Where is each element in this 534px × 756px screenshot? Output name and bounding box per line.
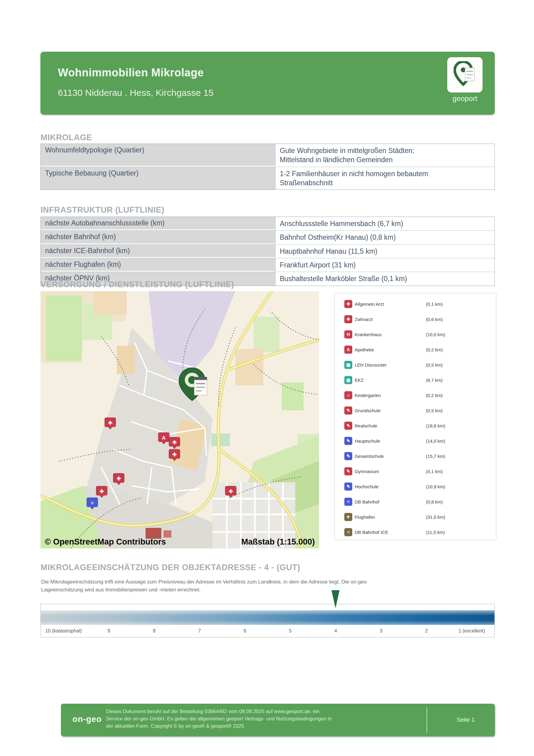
scale-tick-label: 4: [313, 628, 358, 634]
list-item: ✎ Hauptschule (14,0 km): [335, 433, 496, 448]
scale-tick-label: 10 (katastrophal): [41, 628, 86, 634]
rating-scale: 10 (katastrophal) 9 8 7 6 5 4 3 2 1 (exc…: [41, 604, 495, 637]
poi-label: DB Bahnhof ICE: [355, 530, 388, 535]
map-attribution: © OpenStreetMap Contributors: [45, 537, 166, 547]
realschule-icon: ✎: [344, 422, 352, 430]
mikrolage-table: Wohnumfeldtypologie (Quartier) Gute Wohn…: [41, 144, 495, 190]
poi-distance: (0,5 km): [426, 408, 443, 413]
svg-text:✚: ✚: [117, 476, 121, 482]
poi-distance: (8,7 km): [426, 378, 443, 383]
list-item: ✎ Hochschule (10,9 km): [335, 479, 496, 494]
poi-distance: (0,5 km): [426, 362, 443, 367]
map-scale-label: Maßstab (1:15.000): [241, 537, 315, 547]
table-row: nächster Flughafen (km) Frankfurt Airpor…: [41, 258, 494, 272]
row-value: Gute Wohngebiete in mittelgroßen Städten…: [275, 144, 494, 167]
scale-tick-label: 3: [358, 628, 404, 634]
poi-label: Gesamtschule: [355, 454, 384, 459]
list-item: ≡ DB Bahnhof (0,8 km): [335, 494, 496, 509]
list-item: H Krankenhaus (10,0 km): [335, 327, 496, 342]
list-item: ☺ Kindergarten (0,2 km): [335, 388, 496, 403]
poi-distance: (10,0 km): [426, 332, 445, 337]
db-bahnhof-ice-icon: ≡: [344, 528, 352, 536]
list-item: ✎ Gesamtschule (15,7 km): [335, 448, 496, 464]
poi-distance: (15,7 km): [426, 454, 445, 459]
poi-label: Hochschule: [355, 484, 379, 489]
poi-label: Allgemein Arzt: [355, 302, 384, 307]
row-label: nächster ICE-Bahnhof (km): [41, 245, 275, 258]
rating-marker-icon: [331, 590, 339, 608]
infrastruktur-heading: INFRASTRUKTUR (LUFTLINIE): [41, 205, 164, 215]
poi-distance: (31,0 km): [426, 514, 445, 520]
list-item: ✎ Realschule (18,6 km): [335, 418, 496, 433]
svg-text:✚: ✚: [172, 452, 177, 458]
ekz-icon: ▦: [344, 376, 352, 384]
flughafen-icon: ✈: [344, 513, 352, 521]
page-number: Seite 1: [457, 716, 475, 723]
list-item: ≡ DB Bahnhof ICE (11,5 km): [335, 525, 496, 540]
poi-distance: (4,1 km): [426, 469, 443, 474]
table-row: nächster ICE-Bahnhof (km) Hauptbahnhof H…: [41, 245, 494, 258]
gymnasium-icon: ✎: [344, 467, 352, 475]
poi-distance: (0,6 km): [426, 317, 443, 322]
grundschule-icon: ✎: [344, 406, 352, 414]
poi-distance: (0,2 km): [426, 347, 443, 352]
kindergarten-icon: ☺: [344, 391, 352, 399]
scale-tick-label: 2: [404, 628, 449, 634]
list-item: ✈ Flughafen (31,0 km): [335, 509, 496, 525]
geoport-pin-icon: [454, 61, 476, 89]
row-label: Typische Bebauung (Quartier): [41, 167, 275, 190]
svg-text:✚: ✚: [172, 440, 177, 446]
gesamtschule-icon: ✎: [344, 452, 352, 460]
row-value: Frankfurt Airport (31 km): [275, 258, 494, 272]
einschaetzung-description: Die Mikrolageeinschätzung trifft eine Au…: [41, 578, 446, 594]
scale-tick-label: 9: [86, 628, 131, 634]
property-address: 61130 Nidderau . Hess, Kirchgasse 15: [58, 88, 213, 98]
on-geo-logo: on-geo: [72, 715, 102, 724]
infrastruktur-table: nächste Autobahnanschlussstelle (km) Ans…: [41, 217, 495, 286]
report-header: Wohnimmobilien Mikrolage 61130 Nidderau …: [41, 52, 495, 115]
scale-tick-label: 5: [267, 628, 313, 634]
leh-discounter-icon: ▦: [344, 361, 352, 369]
rating-gradient-bar: [41, 610, 494, 625]
poi-label: DB Bahnhof: [355, 499, 379, 504]
zahnarzt-icon: ✚: [344, 315, 352, 323]
row-label: nächster Flughafen (km): [41, 258, 275, 272]
hochschule-icon: ✎: [344, 482, 352, 490]
row-label: nächster Bahnhof (km): [41, 230, 275, 244]
poi-distance: (11,5 km): [426, 530, 445, 535]
poi-distance: (0,1 km): [426, 302, 443, 307]
row-label: nächste Autobahnanschlussstelle (km): [41, 217, 275, 230]
location-map: ✚ A ✚ ✚ ✚ ✚ ✚: [41, 291, 319, 549]
versorgung-heading: VERSORGUNG / DIENSTLEISTUNG (LUFTLINIE): [41, 280, 234, 289]
poi-distance: (14,0 km): [426, 438, 445, 444]
list-item: ✚ Zahnarzt (0,6 km): [335, 311, 496, 327]
svg-text:A: A: [162, 435, 166, 441]
row-value: Anschlussstelle Hammersbach (6,7 km): [275, 217, 494, 230]
poi-distance: (10,9 km): [426, 484, 445, 489]
openstreetmap-image: ✚ A ✚ ✚ ✚ ✚ ✚: [41, 291, 319, 549]
table-row: Wohnumfeldtypologie (Quartier) Gute Wohn…: [41, 144, 494, 167]
poi-label: Grundschule: [355, 408, 380, 413]
poi-legend-panel: ✚ Allgemein Arzt (0,1 km) ✚ Zahnarzt (0,…: [334, 293, 496, 540]
poi-label: Flughafen: [355, 514, 375, 520]
list-item: ✎ Gymnasium (4,1 km): [335, 464, 496, 479]
footer-divider: [427, 707, 427, 733]
list-item: ✚ Allgemein Arzt (0,1 km): [335, 296, 496, 311]
mikrolage-heading: MIKROLAGE: [41, 133, 92, 142]
list-item: A Apotheke (0,2 km): [335, 342, 496, 357]
poi-label: Gymnasium: [355, 469, 379, 474]
page-footer: on-geo Dieses Dokument beruht auf der Be…: [61, 704, 495, 736]
row-value: Bushaltestelle Marköbler Straße (0,1 km): [275, 272, 494, 285]
list-item: ✎ Grundschule (0,5 km): [335, 403, 496, 418]
poi-label: Krankenhaus: [355, 332, 381, 337]
svg-text:✚: ✚: [229, 489, 233, 494]
row-label: Wohnumfeldtypologie (Quartier): [41, 144, 275, 167]
poi-label: Kindergarten: [355, 393, 381, 398]
table-row: nächste Autobahnanschlussstelle (km) Ans…: [41, 217, 494, 230]
table-row: Typische Bebauung (Quartier) 1-2 Familie…: [41, 167, 494, 190]
svg-text:≡: ≡: [91, 500, 94, 506]
footer-legal-text: Dieses Dokument beruht auf der Bestellun…: [106, 708, 426, 730]
einschaetzung-heading: MIKROLAGEEINSCHÄTZUNG DER OBJEKTADRESSE …: [41, 563, 300, 572]
poi-label: LEH Discounter: [355, 362, 387, 367]
poi-label: Apotheke: [355, 347, 374, 352]
